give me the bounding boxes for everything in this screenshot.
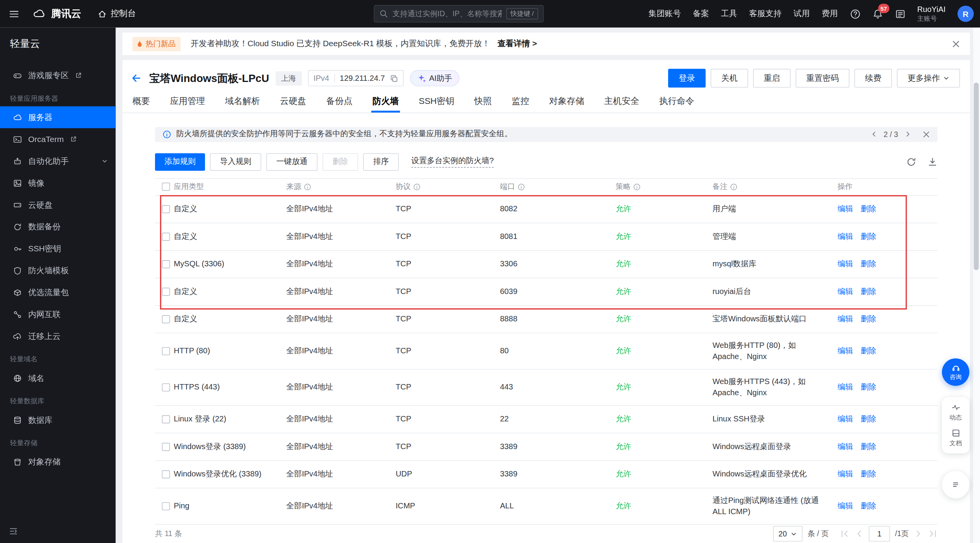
policy-info-icon[interactable] [633, 183, 641, 190]
tab-dns[interactable]: 域名解析 [224, 93, 262, 112]
refresh-icon[interactable] [906, 157, 916, 167]
docs-float-button[interactable]: 文档 [949, 428, 962, 448]
row-checkbox[interactable] [162, 347, 170, 355]
consult-float-button[interactable]: 咨询 [942, 358, 970, 386]
delete-link[interactable]: 删除 [861, 286, 877, 297]
first-page-icon[interactable] [840, 529, 849, 538]
sidebar-item-orcaterm[interactable]: OrcaTerm [0, 128, 116, 150]
sidebar-item-backup[interactable]: 数据备份 [0, 216, 116, 238]
next-page-icon[interactable] [914, 529, 923, 538]
page-size-select[interactable]: 20 [773, 526, 802, 542]
sidebar-item-object-storage[interactable]: 对象存储 [0, 451, 116, 473]
menu-trial[interactable]: 试用 [793, 8, 810, 19]
tab-host-security[interactable]: 主机安全 [603, 93, 641, 112]
page-scrollbar-thumb[interactable] [974, 83, 979, 271]
dynamic-float-button[interactable]: 动态 [949, 403, 962, 422]
tab-snapshot[interactable]: 快照 [473, 93, 493, 112]
delete-rules-button[interactable]: 删除 [323, 153, 358, 170]
delete-link[interactable]: 删除 [861, 346, 877, 356]
login-button[interactable]: 登录 [668, 69, 706, 88]
tab-ssh-keys[interactable]: SSH密钥 [418, 93, 456, 112]
sidebar-collapse-icon[interactable] [9, 526, 18, 535]
row-checkbox[interactable] [162, 260, 170, 268]
ai-assistant-button[interactable]: AI助手 [410, 70, 460, 86]
tab-object-storage[interactable]: 对象存储 [548, 93, 586, 112]
menu-tools[interactable]: 工具 [721, 8, 737, 19]
tencent-cloud-logo[interactable]: 腾讯云 [32, 7, 81, 20]
allow-all-button[interactable]: 一键放通 [266, 153, 317, 170]
notice-prev-icon[interactable] [870, 131, 877, 138]
sidebar-item-servers[interactable]: 服务器 [0, 106, 116, 128]
promo-close-icon[interactable] [952, 40, 960, 48]
tab-backup-point[interactable]: 备份点 [325, 93, 354, 112]
prev-page-icon[interactable] [854, 529, 863, 538]
promo-detail-link[interactable]: 查看详情 > [497, 38, 537, 49]
edit-link[interactable]: 编辑 [838, 346, 853, 356]
menu-support[interactable]: 客服支持 [749, 8, 782, 19]
sidebar-item-game-zone[interactable]: 游戏服专区 [0, 64, 116, 86]
row-checkbox[interactable] [162, 383, 170, 391]
tab-firewall[interactable]: 防火墙 [371, 93, 400, 112]
avatar[interactable]: R [958, 6, 974, 22]
sidebar-item-domains[interactable]: 域名 [0, 367, 116, 389]
row-checkbox[interactable] [162, 415, 170, 423]
delete-link[interactable]: 删除 [861, 204, 877, 214]
row-checkbox[interactable] [162, 470, 170, 478]
help-icon[interactable] [850, 8, 860, 19]
tab-run-command[interactable]: 执行命令 [658, 93, 696, 112]
delete-link[interactable]: 删除 [861, 501, 877, 511]
tab-monitoring[interactable]: 监控 [510, 93, 530, 112]
back-arrow-icon[interactable] [131, 73, 142, 84]
edit-link[interactable]: 编辑 [838, 469, 853, 480]
workorder-icon[interactable] [895, 8, 905, 19]
hamburger-menu-icon[interactable] [9, 8, 20, 19]
delete-link[interactable]: 删除 [861, 259, 877, 269]
edit-link[interactable]: 编辑 [838, 259, 853, 269]
select-all-checkbox[interactable] [162, 183, 170, 191]
edit-link[interactable]: 编辑 [838, 231, 853, 242]
delete-link[interactable]: 删除 [861, 231, 877, 242]
port-info-icon[interactable] [518, 183, 525, 190]
multi-instance-firewall-link[interactable]: 设置多台实例的防火墙? [411, 156, 493, 168]
last-page-icon[interactable] [928, 529, 937, 538]
protocol-info-icon[interactable] [413, 183, 421, 190]
sidebar-item-intranet[interactable]: 内网互联 [0, 303, 116, 325]
more-actions-button[interactable]: 更多操作 [897, 69, 960, 88]
menu-icp[interactable]: 备案 [693, 8, 709, 19]
add-rule-button[interactable]: 添加规则 [155, 153, 205, 170]
sidebar-item-migration[interactable]: 迁移上云 [0, 325, 116, 347]
sidebar-item-traffic-packages[interactable]: 优选流量包 [0, 281, 116, 303]
row-checkbox[interactable] [162, 315, 170, 323]
copy-icon[interactable] [390, 74, 398, 82]
renew-button[interactable]: 续费 [854, 69, 892, 88]
notice-next-icon[interactable] [904, 131, 911, 138]
download-icon[interactable] [928, 157, 938, 167]
notice-close-icon[interactable] [923, 130, 930, 138]
console-link[interactable]: 控制台 [98, 8, 136, 19]
sidebar-item-ssh-keys[interactable]: SSH密钥 [0, 238, 116, 260]
edit-link[interactable]: 编辑 [838, 414, 853, 424]
search-input[interactable] [393, 9, 502, 18]
edit-link[interactable]: 编辑 [838, 382, 853, 393]
delete-link[interactable]: 删除 [861, 414, 877, 424]
notification-bell-icon[interactable]: 57 [872, 8, 883, 19]
row-checkbox[interactable] [162, 502, 170, 510]
row-checkbox[interactable] [162, 205, 170, 213]
note-info-icon[interactable] [730, 183, 738, 190]
menu-billing[interactable]: 费用 [822, 8, 838, 19]
edit-link[interactable]: 编辑 [838, 441, 853, 452]
delete-link[interactable]: 删除 [861, 314, 877, 324]
delete-link[interactable]: 删除 [861, 382, 877, 393]
source-info-icon[interactable] [304, 183, 312, 190]
tab-app-management[interactable]: 应用管理 [169, 93, 207, 112]
edit-link[interactable]: 编辑 [838, 314, 853, 324]
tab-overview[interactable]: 概要 [131, 93, 151, 112]
sidebar-item-databases[interactable]: 数据库 [0, 409, 116, 431]
import-rules-button[interactable]: 导入规则 [210, 153, 261, 170]
current-page-input[interactable]: 1 [869, 526, 890, 542]
row-checkbox[interactable] [162, 287, 170, 296]
widget-list-button[interactable] [942, 471, 970, 499]
edit-link[interactable]: 编辑 [838, 204, 853, 214]
row-checkbox[interactable] [162, 232, 170, 241]
tab-cloud-disk[interactable]: 云硬盘 [279, 93, 308, 112]
